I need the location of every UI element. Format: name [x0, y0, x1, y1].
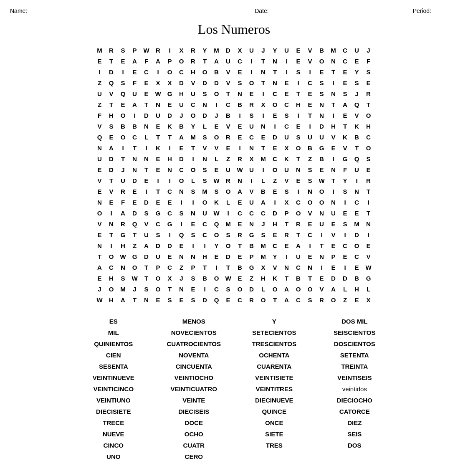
grid-cell: H: [176, 88, 187, 99]
grid-cell: C: [339, 45, 351, 56]
grid-cell: O: [117, 110, 129, 121]
grid-cell: N: [176, 284, 187, 294]
grid-cell: O: [293, 142, 304, 153]
grid-cell: I: [246, 56, 258, 66]
grid-cell: P: [328, 251, 339, 262]
grid-cell: D: [269, 132, 281, 142]
grid-cell: U: [152, 110, 164, 121]
grid-cell: T: [106, 56, 117, 66]
grid-cell: S: [293, 66, 304, 77]
grid-cell: E: [152, 294, 164, 305]
grid-cell: S: [152, 229, 164, 240]
grid-cell: N: [316, 251, 328, 262]
grid-cell: A: [293, 240, 304, 251]
grid-cell: D: [141, 110, 152, 121]
grid-cell: S: [117, 77, 129, 88]
grid-cell: N: [94, 240, 106, 251]
grid-cell: V: [141, 218, 152, 229]
grid-cell: C: [187, 99, 199, 110]
period-label: Period:: [413, 8, 431, 14]
grid-cell: U: [94, 153, 106, 164]
grid-cell: S: [258, 229, 269, 240]
grid-cell: A: [328, 284, 339, 294]
grid-cell: V: [328, 229, 339, 240]
grid-cell: T: [363, 208, 374, 218]
grid-cell: S: [141, 284, 152, 294]
grid-cell: T: [328, 175, 339, 186]
word-item: OCHO: [156, 430, 232, 438]
grid-cell: F: [94, 110, 106, 121]
grid-cell: T: [258, 56, 269, 66]
grid-cell: E: [106, 197, 117, 208]
word-item: DIECISIETE: [76, 407, 152, 416]
grid-cell: Z: [129, 240, 141, 251]
grid-cell: T: [363, 99, 374, 110]
grid-cell: U: [246, 164, 258, 175]
grid-cell: I: [164, 142, 176, 153]
word-item: TRECE: [76, 418, 152, 427]
grid-cell: A: [94, 262, 106, 273]
grid-cell: C: [211, 284, 223, 294]
grid-cell: V: [94, 121, 106, 132]
grid-cell: S: [211, 186, 223, 197]
grid-cell: N: [141, 294, 152, 305]
grid-cell: E: [211, 121, 223, 132]
grid-cell: B: [223, 110, 234, 121]
grid-cell: N: [94, 142, 106, 153]
grid-cell: I: [199, 240, 211, 251]
grid-cell: C: [304, 229, 316, 240]
grid-cell: S: [339, 186, 351, 197]
grid-cell: H: [269, 218, 281, 229]
grid-cell: S: [176, 208, 187, 218]
grid-cell: C: [339, 56, 351, 66]
word-item: ONCE: [236, 418, 313, 427]
grid-cell: Y: [351, 66, 363, 77]
grid-cell: L: [258, 175, 269, 186]
grid-cell: T: [328, 66, 339, 77]
grid-cell: E: [328, 142, 339, 153]
grid-cell: D: [106, 153, 117, 164]
grid-cell: T: [293, 153, 304, 164]
grid-cell: E: [304, 88, 316, 99]
grid-cell: C: [258, 208, 269, 218]
grid-cell: M: [187, 132, 199, 142]
word-item: DIECISEIS: [156, 407, 232, 416]
grid-cell: S: [164, 294, 176, 305]
grid-cell: W: [129, 273, 141, 284]
grid-cell: D: [164, 240, 176, 251]
grid-cell: O: [152, 273, 164, 284]
grid-cell: I: [339, 229, 351, 240]
grid-cell: T: [234, 240, 246, 251]
word-item: CUATR: [156, 441, 232, 450]
grid-cell: E: [328, 218, 339, 229]
grid-cell: E: [141, 175, 152, 186]
grid-cell: H: [351, 284, 363, 294]
grid-cell: V: [106, 186, 117, 197]
grid-cell: I: [316, 229, 328, 240]
grid-cell: N: [129, 153, 141, 164]
grid-cell: E: [246, 88, 258, 99]
grid-cell: N: [316, 99, 328, 110]
grid-cell: V: [211, 142, 223, 153]
grid-cell: T: [141, 273, 152, 284]
grid-cell: E: [339, 66, 351, 77]
grid-cell: B: [258, 186, 269, 197]
grid-cell: B: [234, 262, 246, 273]
grid-cell: V: [94, 218, 106, 229]
word-item: TREINTA: [316, 362, 393, 371]
grid-cell: X: [164, 77, 176, 88]
grid-cell: N: [152, 99, 164, 110]
word-item: SIETE: [236, 430, 313, 438]
grid-cell: E: [258, 132, 269, 142]
grid-cell: N: [141, 153, 152, 164]
grid-cell: L: [363, 284, 374, 294]
grid-cell: I: [164, 175, 176, 186]
grid-cell: D: [141, 251, 152, 262]
grid-cell: I: [246, 66, 258, 77]
grid-cell: N: [246, 142, 258, 153]
grid-cell: S: [199, 88, 211, 99]
word-item: SETENTA: [316, 351, 393, 360]
grid-cell: T: [304, 273, 316, 284]
grid-cell: I: [234, 142, 246, 153]
grid-cell: G: [129, 251, 141, 262]
